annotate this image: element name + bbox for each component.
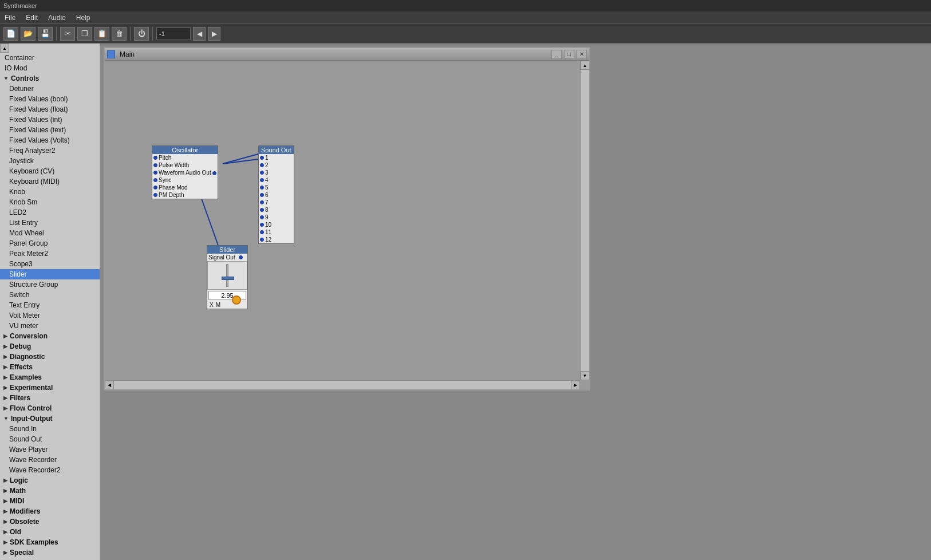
sidebar-item-wave-player[interactable]: Wave Player [0, 444, 100, 455]
next-button[interactable]: ▶ [208, 27, 220, 41]
slider-x-btn[interactable]: X [210, 302, 214, 308]
scroll-right-arrow[interactable]: ▶ [571, 381, 580, 390]
sound-out-node[interactable]: Sound Out 1 2 3 [258, 145, 294, 244]
prev-button[interactable]: ◀ [193, 27, 206, 41]
menu-edit[interactable]: Edit [23, 13, 40, 23]
sidebar-category-obsolete[interactable]: ▶Obsolete [0, 516, 100, 527]
sidebar-item-wave-recorder2[interactable]: Wave Recorder2 [0, 465, 100, 475]
sidebar-category-flow-control[interactable]: ▶Flow Control [0, 403, 100, 413]
sidebar-item-fixed-text[interactable]: Fixed Values (text) [0, 125, 100, 135]
cut-button[interactable]: ✂ [60, 27, 75, 41]
sidebar-category-diagnostic[interactable]: ▶Diagnostic [0, 352, 100, 362]
pitch-port-label: Pitch [159, 155, 171, 161]
sidebar-item-mod-wheel[interactable]: Mod Wheel [0, 228, 100, 238]
sidebar-scroll-up[interactable]: ▲ [0, 44, 9, 53]
sidebar-category-conversion[interactable]: ▶Conversion [0, 331, 100, 341]
sound-out-port-5: 5 [259, 184, 294, 191]
sidebar-category-math[interactable]: ▶Math [0, 486, 100, 496]
new-button[interactable]: 📄 [3, 27, 18, 41]
sidebar-item-list-entry[interactable]: List Entry [0, 218, 100, 228]
sidebar-category-sub-controls[interactable]: ▶Sub-Controls [0, 558, 100, 560]
window-content[interactable]: Oscillator Pitch Pulse Width Waveform [105, 61, 589, 389]
sidebar-item-io-mod[interactable]: IO Mod [0, 63, 100, 73]
waveform-port-label: Waveform [159, 169, 184, 176]
sidebar-item-sound-out[interactable]: Sound Out [0, 434, 100, 444]
horizontal-scrollbar[interactable]: ◀ ▶ [105, 380, 580, 389]
sidebar-category-midi[interactable]: ▶MIDI [0, 496, 100, 506]
sound-port-3-label: 3 [265, 169, 269, 176]
sidebar-item-joystick[interactable]: Joystick [0, 156, 100, 166]
slider-handle[interactable] [222, 277, 234, 280]
oscillator-node[interactable]: Oscillator Pitch Pulse Width Waveform [152, 145, 218, 199]
sidebar-item-volt-meter[interactable]: Volt Meter [0, 310, 100, 321]
sidebar-item-scope3[interactable]: Scope3 [0, 259, 100, 269]
menu-help[interactable]: Help [74, 13, 93, 23]
sidebar-item-slider[interactable]: Slider [0, 269, 100, 279]
save-button[interactable]: 💾 [38, 27, 53, 41]
sidebar-category-filters[interactable]: ▶Filters [0, 393, 100, 403]
scroll-down-arrow[interactable]: ▼ [581, 371, 590, 380]
sidebar-category-sdk[interactable]: ▶SDK Examples [0, 537, 100, 547]
menu-file[interactable]: File [2, 13, 18, 23]
scroll-track-v[interactable] [581, 70, 589, 371]
sidebar-item-sound-in[interactable]: Sound In [0, 424, 100, 434]
power-button[interactable]: ⏻ [134, 27, 149, 41]
sidebar-category-special[interactable]: ▶Special [0, 547, 100, 558]
sidebar-item-fixed-bool[interactable]: Fixed Values (bool) [0, 94, 100, 104]
sidebar-category-old[interactable]: ▶Old [0, 527, 100, 537]
sidebar-item-switch[interactable]: Switch [0, 290, 100, 300]
copy-button[interactable]: ❐ [77, 27, 92, 41]
sidebar-category-examples[interactable]: ▶Examples [0, 372, 100, 382]
sidebar-item-keyboard-midi[interactable]: Keyboard (MIDI) [0, 176, 100, 187]
sidebar-item-keyboard-cv[interactable]: Keyboard (CV) [0, 166, 100, 176]
oscillator-port-waveform: Waveform Audio Out [152, 169, 218, 176]
sidebar-category-modifiers[interactable]: ▶Modifiers [0, 506, 100, 516]
slider-m-btn[interactable]: M [216, 302, 220, 308]
sound-port-7-label: 7 [265, 199, 269, 206]
value-input[interactable] [156, 27, 191, 40]
sidebar-item-panel-group[interactable]: Panel Group [0, 238, 100, 249]
open-button[interactable]: 📂 [21, 27, 35, 41]
slider-node-title: Slider [207, 246, 247, 254]
sidebar-category-effects[interactable]: ▶Effects [0, 362, 100, 372]
sound-port-10-dot [260, 223, 264, 227]
sidebar-item-text-entry[interactable]: Text Entry [0, 300, 100, 310]
sidebar-item-knob[interactable]: Knob [0, 187, 100, 197]
sidebar-item-knob-sm[interactable]: Knob Sm [0, 197, 100, 207]
window-title: Main [117, 50, 549, 58]
scroll-track-h[interactable] [114, 381, 571, 389]
sidebar-item-detuner[interactable]: Detuner [0, 84, 100, 94]
sidebar-item-container[interactable]: Container [0, 53, 100, 63]
sidebar-item-freq-analyser[interactable]: Freq Analyser2 [0, 145, 100, 156]
window-close[interactable]: ✕ [577, 50, 587, 59]
audio-out-label: Audio Out [186, 169, 211, 176]
sidebar-item-vu-meter[interactable]: VU meter [0, 321, 100, 331]
sidebar-category-debug[interactable]: ▶Debug [0, 341, 100, 352]
sidebar-item-structure-group[interactable]: Structure Group [0, 279, 100, 290]
slider-node[interactable]: Slider Signal Out 2.95 X [207, 245, 248, 309]
sidebar-category-input-output[interactable]: ▼Input-Output [0, 413, 100, 424]
sidebar-item-fixed-int[interactable]: Fixed Values (int) [0, 115, 100, 125]
signal-out-dot [239, 255, 243, 259]
sync-port-label: Sync [159, 177, 171, 183]
sidebar-item-wave-recorder[interactable]: Wave Recorder [0, 455, 100, 465]
sidebar-category-controls[interactable]: ▼Controls [0, 73, 100, 84]
vertical-scrollbar[interactable]: ▲ ▼ [580, 61, 589, 380]
sidebar-item-led2[interactable]: LED2 [0, 207, 100, 218]
sidebar-category-experimental[interactable]: ▶Experimental [0, 382, 100, 393]
sidebar-item-fixed-float[interactable]: Fixed Values (float) [0, 104, 100, 115]
paste-button[interactable]: 📋 [94, 27, 109, 41]
slider-body[interactable] [207, 261, 247, 290]
pm-depth-label: PM Depth [159, 192, 184, 198]
menu-audio[interactable]: Audio [46, 13, 68, 23]
sound-out-port-2: 2 [259, 161, 294, 169]
sidebar-category-logic[interactable]: ▶Logic [0, 475, 100, 486]
scroll-up-arrow[interactable]: ▲ [581, 61, 590, 70]
delete-button[interactable]: 🗑 [112, 27, 127, 41]
sidebar-item-fixed-volts[interactable]: Fixed Values (Volts) [0, 135, 100, 145]
scroll-left-arrow[interactable]: ◀ [105, 381, 114, 390]
sound-out-port-4: 4 [259, 176, 294, 184]
sidebar-item-peak-meter[interactable]: Peak Meter2 [0, 249, 100, 259]
window-maximize[interactable]: □ [564, 50, 574, 59]
window-minimize[interactable]: _ [551, 50, 562, 59]
